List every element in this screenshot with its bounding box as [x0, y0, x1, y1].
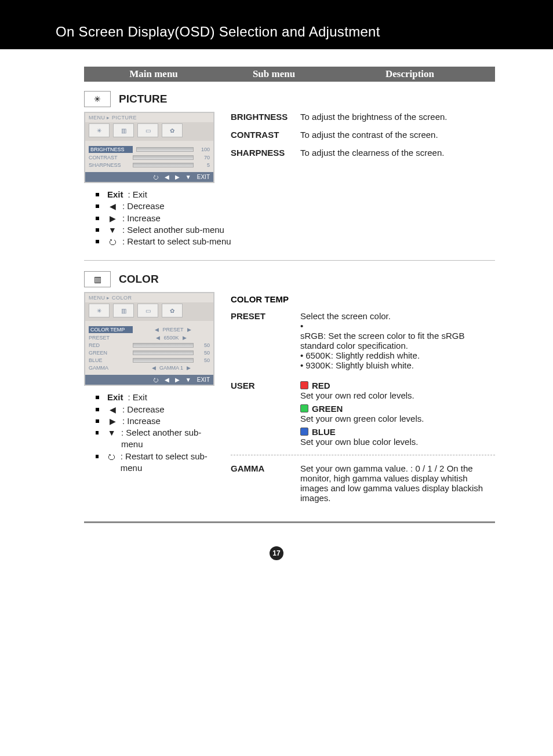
osd-tab-screen-icon[interactable]: ▭ [137, 123, 158, 137]
page-footer: 17 [0, 546, 553, 560]
col-desc: Description [325, 68, 495, 80]
col-main: Main menu [84, 68, 223, 80]
osd-row-green[interactable]: GREEN 50 [89, 350, 210, 356]
osd-tab-color-icon[interactable]: ▥ [113, 123, 134, 137]
osd-row-sharpness[interactable]: SHARPNESS 5 [89, 162, 210, 168]
osd-left-icon[interactable]: ◀ [165, 174, 169, 180]
osd-right-icon[interactable]: ▶ [175, 174, 180, 180]
slider[interactable] [133, 343, 194, 348]
left-arrow-icon: ◀ [107, 201, 118, 212]
color-title: COLOR [119, 273, 159, 286]
osd-exit-button[interactable]: EXIT [197, 174, 210, 180]
bullet-icon [96, 419, 99, 423]
desc-row: BRIGHTNESS To adjust the brightness of t… [231, 112, 495, 122]
osd-row-red[interactable]: RED 50 [89, 342, 210, 348]
left-arrow-icon: ◀ [107, 404, 118, 415]
sub-label: CONTRAST [231, 130, 300, 140]
desc-text: To adjust the clearness of the screen. [300, 148, 495, 158]
picture-legend: Exit : Exit ◀: Decrease ▶: Increase ▼: S… [96, 189, 495, 247]
down-arrow-icon: ▼ [107, 225, 118, 236]
osd-tab-picture-icon[interactable]: ✳ [89, 123, 110, 137]
bullet-icon [96, 431, 99, 434]
green-label: GREEN [312, 404, 343, 414]
osd-tab-color-icon[interactable]: ▥ [113, 304, 134, 317]
color-icon: ▥ [84, 271, 111, 287]
osd-down-icon[interactable]: ▼ [185, 174, 191, 180]
blue-label: BLUE [312, 427, 336, 437]
picture-title: PICTURE [119, 93, 167, 105]
right-arrow-icon: ▶ [107, 416, 118, 427]
section-end-rule [84, 521, 495, 523]
bullet-icon [96, 217, 99, 220]
osd-footer: ⭮ ◀ ▶ ▼ EXIT [85, 172, 213, 182]
down-arrow-icon: ▼ [107, 428, 116, 439]
bullet-icon [96, 193, 99, 196]
preset-intro: Select the screen color. [300, 311, 495, 321]
legend-return: : Restart to select sub-menu [122, 236, 231, 247]
osd-tab-setup-icon[interactable]: ✿ [162, 123, 183, 137]
osd-tab-screen-icon[interactable]: ▭ [137, 304, 158, 317]
dash-divider [231, 455, 495, 455]
desc-row: SHARPNESS To adjust the clearness of the… [231, 148, 495, 158]
osd-row-contrast[interactable]: CONTRAST 70 [89, 155, 210, 160]
legend-left: : Decrease [122, 404, 165, 415]
bullet-icon [96, 396, 99, 399]
slider[interactable] [133, 163, 194, 167]
legend-return: : Restart to select sub-menu [121, 451, 214, 474]
page-number: 17 [270, 546, 283, 560]
osd-row-gamma[interactable]: GAMMA ◀ GAMMA 1 ▶ [89, 365, 210, 371]
slider[interactable] [133, 358, 194, 363]
osd-footer: ⭮ ◀ ▶ ▼ EXIT [85, 375, 213, 385]
picture-osd-panel: MENU ▸ PICTURE ✳ ▥ ▭ ✿ BRIGHTNESS 100 CO… [84, 112, 214, 183]
legend-exit-desc: : Exit [128, 392, 147, 403]
osd-left-icon[interactable]: ◀ [165, 377, 169, 383]
sub-label: PRESET [231, 311, 300, 370]
osd-row-blue[interactable]: BLUE 50 [89, 357, 210, 363]
osd-row-colortemp[interactable]: COLOR TEMP ◀ PRESET ▶ [89, 326, 210, 333]
red-swatch-icon [300, 381, 308, 389]
osd-right-icon[interactable]: ▶ [175, 377, 180, 383]
legend-exit-label: Exit [107, 189, 123, 200]
desc-text: To adjust the contrast of the screen. [300, 130, 495, 140]
bullet-icon [96, 204, 99, 208]
blue-desc: Set your own blue color levels. [300, 437, 495, 447]
osd-breadcrumb: MENU ▸ PICTURE [85, 113, 213, 122]
right-arrow-icon: ▶ [107, 213, 118, 224]
gamma-row: GAMMA Set your own gamma value. : 0 / 1 … [231, 463, 495, 503]
bullet-icon [96, 228, 99, 232]
color-osd-panel: MENU ▸ COLOR ✳ ▥ ▭ ✿ COLOR TEMP ◀ PRESET… [84, 292, 214, 386]
desc-text: To adjust the brightness of the screen. [300, 112, 495, 122]
osd-row-preset[interactable]: PRESET ◀ 6500K ▶ [89, 335, 210, 341]
legend-down: : Select another sub-menu [122, 224, 224, 236]
green-desc: Set your own green color levels. [300, 414, 495, 423]
sub-label: SHARPNESS [231, 148, 300, 158]
column-header: Main menu Sub menu Description [84, 67, 495, 82]
preset-opt-srgb: sRGB: Set the screen color to fit the sR… [300, 331, 495, 350]
osd-down-icon[interactable]: ▼ [185, 377, 191, 383]
preset-desc: Select the screen color. sRGB: Set the s… [300, 311, 495, 370]
slider[interactable] [133, 350, 194, 355]
user-desc: RED Set your own red color levels. GREEN… [300, 381, 495, 447]
osd-tab-setup-icon[interactable]: ✿ [162, 304, 183, 317]
legend-left: : Decrease [122, 200, 165, 212]
preset-row: PRESET Select the screen color. sRGB: Se… [231, 311, 495, 370]
gamma-desc: Set your own gamma value. : 0 / 1 / 2 On… [300, 463, 495, 503]
osd-return-icon[interactable]: ⭮ [153, 174, 159, 180]
slider[interactable] [136, 147, 194, 152]
legend-exit-desc: : Exit [128, 189, 147, 200]
osd-exit-button[interactable]: EXIT [197, 377, 210, 383]
legend-exit-label: Exit [107, 392, 123, 403]
osd-tab-picture-icon[interactable]: ✳ [89, 304, 110, 317]
red-desc: Set your own red color levels. [300, 390, 495, 400]
bullet-icon [96, 455, 99, 458]
osd-return-icon[interactable]: ⭮ [153, 377, 159, 383]
sub-label: GAMMA [231, 463, 300, 503]
blue-swatch-icon [300, 428, 308, 436]
osd-row-brightness[interactable]: BRIGHTNESS 100 [89, 146, 210, 153]
bullet-icon [96, 408, 99, 411]
return-icon: ⭮ [107, 236, 118, 247]
legend-down: : Select another sub-menu [121, 427, 214, 451]
slider[interactable] [133, 155, 194, 160]
preset-opt-6500: 6500K: Slightly reddish white. [305, 350, 420, 360]
color-temp-heading: COLOR TEMP [231, 294, 495, 304]
